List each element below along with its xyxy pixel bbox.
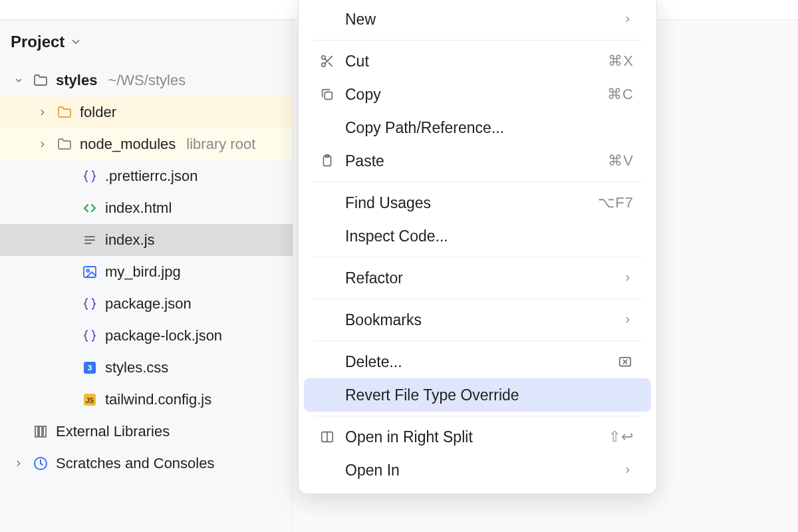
chevron-right-icon[interactable]: [36, 140, 49, 149]
delete-icon: [616, 354, 634, 369]
tree-item[interactable]: index.js: [0, 224, 293, 256]
chevron-right-icon: [622, 466, 634, 475]
tree-root-path: ~/WS/styles: [108, 72, 186, 89]
tree-item[interactable]: JStailwind.config.js: [0, 384, 293, 416]
menu-item-label: Copy: [345, 86, 598, 104]
menu-item-label: Inspect Code...: [345, 227, 634, 245]
css-icon: 3: [81, 359, 98, 376]
menu-item[interactable]: Copy Path/Reference...: [304, 111, 651, 144]
svg-rect-3: [84, 267, 96, 277]
tree-item-suffix: library root: [186, 136, 255, 153]
context-menu: NewCut⌘XCopy⌘CCopy Path/Reference...Past…: [298, 0, 657, 494]
json-icon: [81, 295, 98, 313]
tree-root[interactable]: styles ~/WS/styles: [0, 65, 293, 96]
tree-item[interactable]: 3styles.css: [0, 352, 293, 384]
scissors-icon: [319, 54, 336, 68]
project-sidebar: Project styles ~/WS/styles foldernode_mo…: [0, 20, 293, 532]
chevron-right-icon[interactable]: [36, 108, 49, 117]
menu-item[interactable]: Cut⌘X: [304, 45, 651, 78]
menu-item-label: New: [345, 11, 612, 29]
html-icon: [81, 200, 98, 217]
menu-separator: [313, 182, 642, 182]
sidebar-title: Project: [11, 33, 65, 51]
tree-item[interactable]: .prettierrc.json: [0, 160, 293, 192]
menu-item[interactable]: Paste⌘V: [304, 144, 651, 178]
chevron-right-icon: [622, 315, 634, 325]
menu-item[interactable]: Delete...: [304, 345, 651, 378]
project-tree: styles ~/WS/styles foldernode_moduleslib…: [0, 65, 293, 479]
menu-separator: [313, 340, 642, 341]
scratches-icon: [32, 455, 49, 472]
scratches-label: Scratches and Consoles: [56, 455, 214, 472]
tree-item-label: my_bird.jpg: [105, 263, 181, 281]
folder-gray-icon: [56, 136, 73, 153]
sidebar-header[interactable]: Project: [0, 21, 293, 65]
tree-item[interactable]: node_moduleslibrary root: [0, 128, 293, 160]
menu-item-label: Paste: [345, 152, 598, 170]
svg-text:3: 3: [88, 364, 92, 372]
svg-rect-9: [35, 426, 38, 437]
menu-item[interactable]: Copy⌘C: [304, 78, 651, 111]
menu-item-label: Bookmarks: [345, 311, 612, 329]
text-icon: [81, 231, 98, 249]
svg-rect-10: [39, 426, 42, 437]
menu-separator: [313, 416, 642, 416]
libraries-icon: [32, 423, 49, 440]
menu-separator: [313, 40, 642, 41]
chevron-down-icon: [70, 36, 82, 48]
menu-shortcut: ⌥F7: [598, 194, 634, 211]
menu-separator: [313, 257, 642, 257]
menu-item-label: Revert File Type Override: [345, 386, 634, 404]
chevron-right-icon[interactable]: [12, 459, 25, 468]
tree-item[interactable]: index.html: [0, 192, 293, 224]
svg-text:JS: JS: [86, 397, 94, 404]
folder-icon: [32, 72, 49, 89]
menu-item[interactable]: Open in Right Split⇧↩: [304, 420, 651, 454]
tree-item[interactable]: package.json: [0, 288, 293, 320]
tree-item-label: package-lock.json: [105, 327, 222, 344]
tree-root-name: styles: [56, 72, 97, 89]
menu-item-label: Find Usages: [345, 194, 589, 212]
menu-item-label: Refactor: [345, 269, 612, 287]
image-icon: [81, 263, 98, 281]
menu-item-label: Delete...: [345, 353, 607, 371]
menu-item[interactable]: Open In: [304, 454, 651, 487]
menu-item[interactable]: Find Usages⌥F7: [304, 186, 651, 219]
menu-item[interactable]: Inspect Code...: [304, 219, 651, 253]
tree-item-label: .prettierrc.json: [105, 168, 198, 185]
external-libraries[interactable]: External Libraries: [0, 416, 293, 448]
tree-item-label: node_modules: [80, 136, 176, 153]
tree-item[interactable]: my_bird.jpg: [0, 256, 293, 288]
tree-item-label: folder: [80, 104, 116, 121]
tree-item-label: package.json: [105, 295, 192, 313]
svg-point-4: [86, 269, 89, 272]
menu-item-label: Copy Path/Reference...: [345, 119, 634, 137]
menu-item-label: Cut: [345, 53, 598, 70]
menu-item-label: Open in Right Split: [345, 428, 599, 446]
menu-shortcut: ⌘C: [607, 86, 634, 103]
chevron-down-icon[interactable]: [12, 76, 25, 85]
menu-separator: [313, 299, 642, 299]
chevron-right-icon: [622, 15, 634, 24]
external-libraries-label: External Libraries: [56, 423, 170, 440]
tree-item[interactable]: folder: [0, 96, 293, 128]
menu-shortcut: ⇧↩: [608, 428, 634, 446]
scratches-and-consoles[interactable]: Scratches and Consoles: [0, 448, 293, 479]
menu-item[interactable]: Bookmarks: [304, 303, 651, 336]
menu-item-label: Open In: [345, 462, 612, 479]
tree-item[interactable]: package-lock.json: [0, 320, 293, 352]
tree-item-label: index.html: [105, 200, 172, 217]
tree-item-label: index.js: [105, 231, 155, 249]
svg-rect-11: [43, 426, 46, 437]
menu-shortcut: ⌘V: [608, 152, 634, 170]
copy-icon: [319, 87, 336, 102]
menu-item[interactable]: Refactor: [304, 261, 651, 295]
menu-shortcut: ⌘X: [608, 53, 634, 70]
menu-item[interactable]: New: [304, 3, 651, 36]
json-icon: [81, 168, 98, 185]
split-icon: [319, 430, 336, 444]
chevron-right-icon: [622, 273, 634, 283]
tree-item-label: styles.css: [105, 359, 168, 376]
clipboard-icon: [319, 154, 336, 168]
menu-item[interactable]: Revert File Type Override: [304, 378, 651, 412]
